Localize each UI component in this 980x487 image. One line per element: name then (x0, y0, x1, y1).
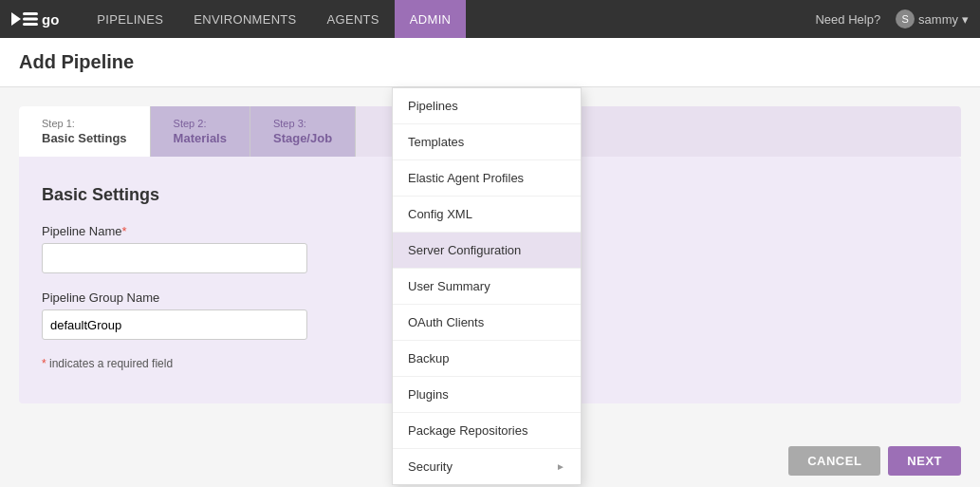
content-area: Step 1: Basic Settings Step 2: Materials… (0, 87, 980, 487)
menu-item-elastic-agent-profiles[interactable]: Elastic Agent Profiles (393, 160, 581, 197)
menu-item-plugins[interactable]: Plugins (393, 377, 581, 413)
nav-pipelines[interactable]: PIPELINES (82, 0, 178, 38)
help-link[interactable]: Need Help? (815, 12, 880, 27)
step-tab-2[interactable]: Step 2: Materials (151, 106, 250, 157)
svg-rect-3 (23, 23, 38, 26)
nav-admin[interactable]: ADMIN (395, 0, 466, 38)
top-navigation: go PIPELINES ENVIRONMENTS AGENTS ADMIN N… (0, 0, 980, 38)
step1-number: Step 1: (42, 118, 127, 129)
menu-item-security[interactable]: Security ► (393, 449, 581, 484)
username: sammy (918, 12, 958, 27)
menu-item-server-configuration[interactable]: Server Configuration (393, 233, 581, 269)
step2-name: Materials (174, 131, 227, 145)
svg-marker-0 (11, 12, 21, 26)
next-button[interactable]: NEXT (888, 446, 961, 476)
step2-number: Step 2: (174, 118, 227, 129)
security-submenu-chevron: ► (556, 461, 565, 472)
required-star: * (122, 224, 127, 238)
menu-item-user-summary[interactable]: User Summary (393, 269, 581, 305)
step3-name: Stage/Job (273, 131, 332, 145)
menu-item-package-repositories[interactable]: Package Repositories (393, 413, 581, 449)
step-tab-3[interactable]: Step 3: Stage/Job (250, 106, 356, 157)
svg-rect-2 (23, 18, 38, 21)
user-icon: S (896, 9, 915, 28)
menu-item-pipelines[interactable]: Pipelines (393, 88, 581, 124)
menu-item-config-xml[interactable]: Config XML (393, 197, 581, 233)
page-title: Add Pipeline (19, 51, 961, 73)
user-menu[interactable]: S sammy ▾ (896, 9, 969, 28)
menu-item-backup[interactable]: Backup (393, 341, 581, 377)
cancel-button[interactable]: CANCEL (788, 446, 880, 476)
nav-items: PIPELINES ENVIRONMENTS AGENTS ADMIN (82, 0, 815, 38)
nav-right: Need Help? S sammy ▾ (815, 9, 969, 28)
step-tab-1[interactable]: Step 1: Basic Settings (19, 106, 151, 157)
nav-environments[interactable]: ENVIRONMENTS (178, 0, 311, 38)
page-header: Add Pipeline (0, 38, 980, 87)
step1-name: Basic Settings (42, 131, 127, 145)
menu-item-templates[interactable]: Templates (393, 124, 581, 160)
menu-item-oauth-clients[interactable]: OAuth Clients (393, 305, 581, 341)
admin-dropdown-menu: Pipelines Templates Elastic Agent Profil… (392, 87, 582, 485)
logo-text: go (42, 11, 59, 28)
pipeline-name-input[interactable] (42, 243, 307, 273)
svg-rect-1 (23, 12, 38, 15)
nav-agents[interactable]: AGENTS (312, 0, 395, 38)
step3-number: Step 3: (273, 118, 332, 129)
chevron-down-icon: ▾ (962, 12, 969, 27)
logo[interactable]: go (11, 9, 59, 29)
pipeline-group-input[interactable] (42, 309, 307, 340)
